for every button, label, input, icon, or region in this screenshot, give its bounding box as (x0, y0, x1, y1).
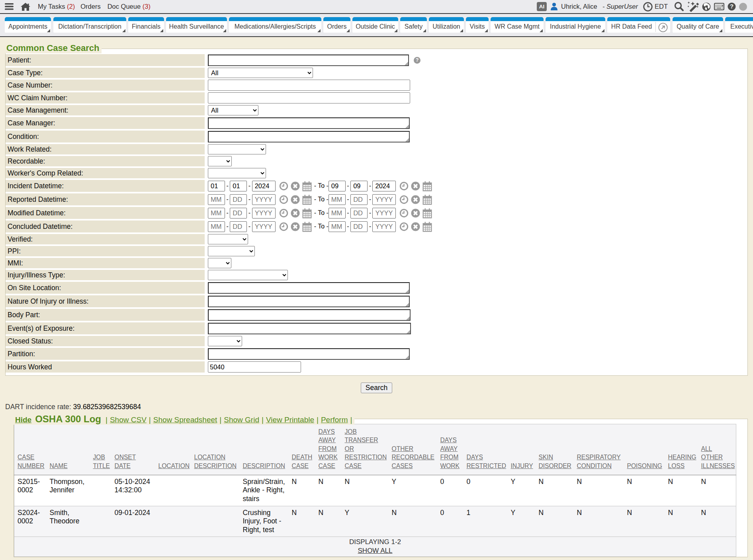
svg-text:?: ? (730, 3, 733, 10)
